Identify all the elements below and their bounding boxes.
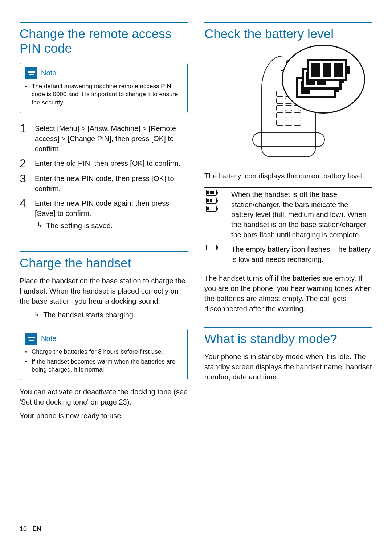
battery-table: When the handset is off the base station… <box>204 187 372 267</box>
page-number: 10 <box>20 525 27 533</box>
battery-full-icon <box>307 59 347 81</box>
docking-tone-ref: You can activate or deactivate the docki… <box>20 387 188 407</box>
right-column: Check the battery level <box>204 22 372 539</box>
battery-callout <box>282 45 365 114</box>
base-station-drawing <box>252 132 325 147</box>
table-row: The empty battery icon flashes. The batt… <box>204 242 372 267</box>
note-box-charge: Note Charge the batteries for 8 hours be… <box>20 329 188 381</box>
step: 1 Select [Menu] > [Answ. Machine] > [Rem… <box>20 123 188 154</box>
result-arrow-icon: ↳ <box>34 310 40 320</box>
step: 3 Enter the new PIN code, then press [OK… <box>20 173 188 194</box>
step-number: 1 <box>20 123 29 154</box>
charge-result: The handset starts charging. <box>43 310 135 320</box>
battery-empty-icon <box>206 245 217 250</box>
battery-caption: The battery icon displays the current ba… <box>204 171 372 181</box>
left-column: Change the remote access PIN code Note T… <box>20 22 188 539</box>
note-icon <box>25 333 37 345</box>
step-text: Enter the old PIN, then press [OK] to co… <box>35 157 188 169</box>
step-text: Select [Menu] > [Answ. Machine] > [Remot… <box>35 123 188 154</box>
section-rule <box>20 22 188 23</box>
note-label: Note <box>41 335 56 343</box>
note-item: If the handset becomes warm when the bat… <box>25 358 182 374</box>
section-rule <box>204 327 372 328</box>
note-icon <box>25 67 37 79</box>
battery-tail-text: The handset turns off if the batteries a… <box>204 273 372 314</box>
ready-text: Your phone is now ready to use. <box>20 411 188 421</box>
section-rule <box>20 251 188 252</box>
battery-illustration <box>204 48 372 164</box>
battery-row-text: When the handset is off the base station… <box>230 187 372 242</box>
step: 2 Enter the old PIN, then press [OK] to … <box>20 157 188 169</box>
standby-body: Your phone is in standby mode when it is… <box>204 352 372 382</box>
section-rule <box>204 22 372 23</box>
battery-low-icon <box>206 206 217 212</box>
battery-medium-icon <box>206 198 217 204</box>
step-number: 4 <box>20 197 29 231</box>
step: 4 Enter the new PIN code again, then pre… <box>20 197 188 231</box>
step-number: 3 <box>20 173 29 194</box>
battery-full-icon <box>206 190 217 196</box>
heading-standby: What is standby mode? <box>204 332 372 346</box>
note-box-pin: Note The default answering machine remot… <box>20 63 188 114</box>
charge-intro: Place the handset on the base station to… <box>20 276 188 306</box>
note-item: Charge the batteries for 8 hours before … <box>25 348 182 356</box>
page-lang: EN <box>32 525 41 533</box>
table-row: When the handset is off the base station… <box>204 187 372 242</box>
page-footer: 10 EN <box>20 525 41 533</box>
note-item: The default answering machine remote acc… <box>25 82 182 107</box>
heading-change-pin: Change the remote access PIN code <box>20 26 188 56</box>
battery-row-text: The empty battery icon flashes. The batt… <box>230 242 372 267</box>
step-result: The setting is saved. <box>46 221 113 231</box>
step-number: 2 <box>20 157 29 169</box>
step-text: Enter the new PIN code again, then press… <box>35 199 169 217</box>
heading-battery-level: Check the battery level <box>204 26 372 41</box>
steps-change-pin: 1 Select [Menu] > [Answ. Machine] > [Rem… <box>20 123 188 234</box>
step-text: Enter the new PIN code, then press [OK] … <box>35 173 188 194</box>
heading-charge-handset: Charge the handset <box>20 256 188 270</box>
result-arrow-icon: ↳ <box>37 221 42 231</box>
note-label: Note <box>41 69 56 77</box>
